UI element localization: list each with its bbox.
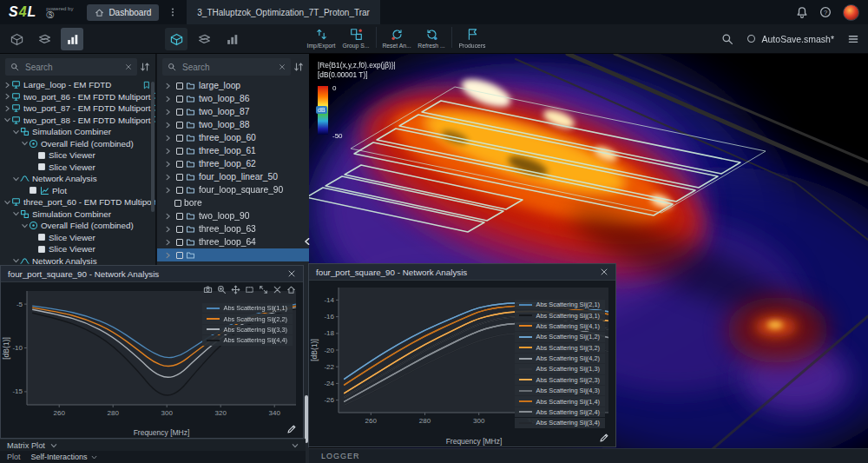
legend-entry[interactable]: Abs Scattering Sij(2,3) — [515, 375, 605, 385]
checkbox[interactable] — [176, 83, 183, 89]
model-view-slice-button[interactable] — [193, 28, 215, 50]
tree-item[interactable]: Slice Viewer — [0, 232, 155, 244]
chevron-right-icon[interactable] — [164, 148, 172, 155]
model-tree-item[interactable]: four_loop_linear_50 — [157, 170, 309, 183]
sort-icon[interactable] — [140, 62, 150, 72]
close-icon[interactable] — [287, 269, 296, 278]
checkbox[interactable] — [176, 174, 183, 181]
chevron-down-icon[interactable] — [12, 257, 20, 264]
sort-icon[interactable] — [293, 62, 304, 72]
dashboard-button[interactable]: Dashboard — [87, 4, 159, 21]
legend-entry[interactable]: Abs Scattering Sij(3,4) — [515, 418, 605, 427]
chevron-right-icon[interactable] — [3, 82, 11, 89]
model-search-input[interactable] — [181, 62, 274, 73]
checkbox[interactable] — [38, 152, 45, 159]
notifications-icon[interactable] — [796, 6, 808, 18]
chevron-down-icon[interactable] — [21, 140, 29, 147]
checkbox[interactable] — [176, 135, 183, 142]
plot-window-right[interactable]: four_port_square_90 - Network Analysis 2… — [308, 263, 616, 447]
plot-window-header[interactable]: four_port_square_90 - Network Analysis — [1, 266, 303, 282]
toolbar-action-button[interactable]: Imp/Export — [304, 25, 339, 49]
toolbar-action-button[interactable]: Refresh ... — [414, 25, 449, 49]
chevron-down-icon[interactable] — [3, 116, 11, 123]
expand-icon[interactable] — [259, 285, 268, 294]
chevron-right-icon[interactable] — [164, 187, 172, 194]
explorer-scrollbar[interactable] — [151, 82, 155, 212]
chevron-down-icon[interactable] — [50, 442, 57, 449]
explorer-search[interactable] — [5, 58, 137, 76]
model-tree-item[interactable]: three_loop_64 — [157, 235, 309, 248]
legend-entry[interactable]: Abs Scattering Sij(3,3) — [202, 325, 293, 334]
model-tree-item[interactable]: two_loop_90 — [157, 209, 309, 222]
legend-entry[interactable]: Abs Scattering Sij(4,2) — [515, 354, 605, 363]
tree-item[interactable]: Plot — [0, 185, 155, 197]
model-tree-item[interactable]: large_loop — [157, 79, 309, 92]
checkbox[interactable] — [38, 246, 45, 253]
edit-plot-icon[interactable] — [286, 424, 297, 434]
tree-item[interactable]: Slice Viewer — [0, 243, 155, 255]
model-tree-item[interactable]: two_loop_86 — [157, 92, 309, 105]
boxzoom-icon[interactable] — [245, 285, 254, 294]
model-search[interactable] — [162, 58, 291, 76]
tree-item[interactable]: two_port_87 - EM FDTD Multiport — [0, 103, 155, 115]
model-tree-item[interactable]: two_loop_88 — [157, 118, 309, 131]
model-view-chart-button[interactable] — [220, 28, 243, 50]
model-view-cube-button[interactable] — [165, 28, 187, 50]
interaction-selector[interactable]: Self-Interactions — [31, 453, 97, 461]
checkbox[interactable] — [176, 109, 183, 116]
kebab-menu-icon[interactable] — [168, 7, 178, 17]
checkbox[interactable] — [176, 148, 183, 155]
checkbox[interactable] — [176, 239, 183, 246]
collapse-icon[interactable] — [292, 442, 299, 449]
legend-entry[interactable]: Abs Scattering Sij(1,1) — [202, 303, 293, 313]
model-tree-item[interactable]: four_loop_square_90 — [157, 183, 309, 196]
tree-item[interactable]: Slice Viewer — [0, 149, 155, 162]
chevron-right-icon[interactable] — [164, 109, 172, 116]
checkbox[interactable] — [176, 96, 183, 103]
legend-entry[interactable]: Abs Scattering Sij(2,2) — [202, 314, 293, 323]
legend-entry[interactable]: Abs Scattering Sij(2,4) — [515, 407, 605, 417]
explorer-search-input[interactable] — [23, 62, 121, 73]
legend-entry[interactable]: Abs Scattering Sij(1,3) — [515, 364, 605, 374]
model-tree-item[interactable] — [157, 248, 309, 261]
edit-plot-icon[interactable] — [599, 433, 609, 443]
matrix-plot-bar[interactable]: Matrix Plot — [0, 439, 306, 451]
chevron-down-icon[interactable] — [12, 210, 20, 217]
legend-entry[interactable]: Abs Scattering Sij(1,4) — [515, 396, 605, 406]
tree-item[interactable]: Slice Viewer — [0, 162, 155, 174]
chevron-right-icon[interactable] — [164, 174, 172, 181]
tree-item[interactable]: Simulation Combiner — [0, 126, 155, 138]
chevron-right-icon[interactable] — [164, 226, 172, 233]
close-icon[interactable] — [273, 285, 282, 294]
legend-entry[interactable]: Abs Scattering Sij(1,2) — [515, 332, 605, 341]
home-icon[interactable] — [286, 285, 296, 294]
checkbox[interactable] — [174, 200, 181, 207]
menu-icon[interactable] — [847, 33, 859, 45]
search-icon[interactable] — [721, 33, 733, 45]
model-tree-item[interactable]: three_loop_63 — [157, 222, 309, 235]
tree-item[interactable]: Simulation Combiner — [0, 208, 155, 221]
chevron-down-icon[interactable] — [12, 129, 20, 136]
chevron-down-icon[interactable] — [12, 175, 20, 182]
user-avatar[interactable] — [843, 4, 859, 21]
toolbar-action-button[interactable]: Reset An... — [379, 25, 414, 49]
chevron-right-icon[interactable] — [164, 252, 172, 259]
legend-entry[interactable]: Abs Scattering Sij(2,1) — [515, 300, 605, 309]
explorer-view-slice-button[interactable] — [33, 28, 56, 50]
chevron-right-icon[interactable] — [164, 135, 172, 142]
legend-entry[interactable]: Abs Scattering Sij(4,1) — [515, 321, 605, 331]
explorer-view-cube-button[interactable] — [5, 28, 28, 50]
legend-entry[interactable]: Abs Scattering Sij(3,1) — [515, 310, 605, 320]
checkbox[interactable] — [176, 187, 183, 194]
chevron-right-icon[interactable] — [164, 213, 172, 220]
clear-search-icon[interactable] — [125, 63, 132, 70]
plot-window-header[interactable]: four_port_square_90 - Network Analysis — [309, 264, 615, 281]
chevron-right-icon[interactable] — [164, 96, 172, 103]
tree-item[interactable]: two_port_88 - EM FDTD Multiport — [0, 115, 155, 127]
toolbar-action-button[interactable]: Group S... — [339, 25, 373, 49]
checkbox[interactable] — [176, 252, 183, 259]
tree-item[interactable]: Network Analysis — [0, 173, 155, 185]
checkbox[interactable] — [38, 234, 45, 241]
chevron-right-icon[interactable] — [3, 93, 11, 100]
pan-icon[interactable] — [231, 285, 240, 294]
